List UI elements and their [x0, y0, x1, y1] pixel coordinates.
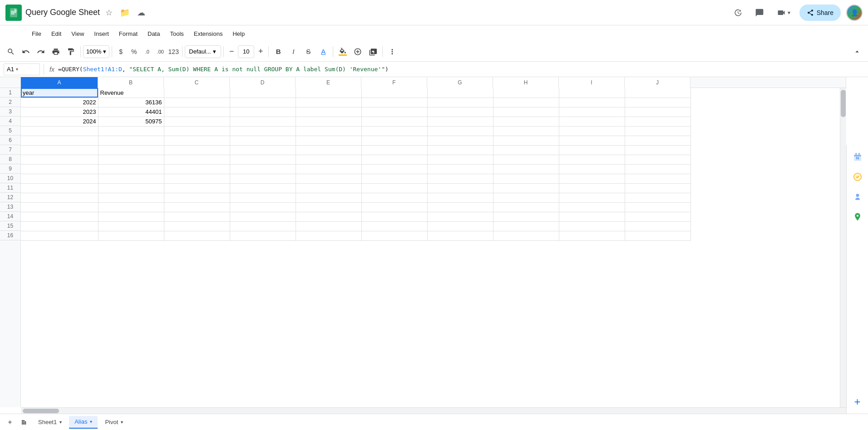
cell-f1[interactable]: [361, 88, 427, 98]
row-5[interactable]: 5: [0, 126, 20, 136]
row-13[interactable]: 13: [0, 202, 20, 212]
decrease-font-size-button[interactable]: −: [226, 46, 237, 57]
cell-f4[interactable]: [361, 117, 427, 126]
fill-color-button[interactable]: [335, 44, 350, 59]
vertical-scrollbar[interactable]: [840, 88, 846, 407]
strikethrough-button[interactable]: S: [301, 44, 316, 59]
cell-g2[interactable]: [427, 98, 493, 107]
cell-c2[interactable]: [164, 98, 230, 107]
row-12[interactable]: 12: [0, 193, 20, 202]
cell-a1[interactable]: year: [21, 88, 98, 98]
cell-h1[interactable]: [493, 88, 559, 98]
tasks-icon[interactable]: [849, 169, 866, 185]
comment-icon[interactable]: [751, 5, 768, 21]
menu-edit[interactable]: Edit: [47, 29, 66, 39]
cell-a11[interactable]: [21, 183, 98, 193]
row-15[interactable]: 15: [0, 221, 20, 231]
cell-b5[interactable]: [98, 126, 164, 136]
cell-i3[interactable]: [559, 107, 625, 117]
folder-icon[interactable]: 📁: [118, 6, 132, 20]
cell-e2[interactable]: [296, 98, 361, 107]
menu-format[interactable]: Format: [114, 29, 142, 39]
cell-b4[interactable]: 50975: [98, 117, 164, 126]
collapse-toolbar-button[interactable]: [850, 44, 864, 59]
col-header-f[interactable]: F: [361, 77, 427, 88]
row-6[interactable]: 6: [0, 136, 20, 145]
cell-i2[interactable]: [559, 98, 625, 107]
merge-cells-button[interactable]: [365, 44, 380, 59]
cell-d1[interactable]: [230, 88, 296, 98]
row-4[interactable]: 4: [0, 117, 20, 126]
cell-g4[interactable]: [427, 117, 493, 126]
cell-a7[interactable]: [21, 145, 98, 155]
search-button[interactable]: [4, 44, 18, 59]
cell-b1[interactable]: Revenue: [98, 88, 164, 98]
italic-button[interactable]: I: [286, 44, 301, 59]
more-formats-button[interactable]: 123: [167, 45, 180, 58]
menu-insert[interactable]: Insert: [89, 29, 113, 39]
cell-c4[interactable]: [164, 117, 230, 126]
print-button[interactable]: [49, 44, 63, 59]
borders-button[interactable]: [350, 44, 365, 59]
cell-c1[interactable]: [164, 88, 230, 98]
col-header-h[interactable]: H: [493, 77, 559, 88]
font-family-dropdown[interactable]: Defaul... ▾: [185, 45, 221, 58]
increase-decimal-button[interactable]: .00: [154, 45, 167, 58]
cell-d3[interactable]: [230, 107, 296, 117]
row-10[interactable]: 10: [0, 174, 20, 183]
col-header-e[interactable]: E: [296, 77, 361, 88]
cell-b2[interactable]: 36136: [98, 98, 164, 107]
col-header-d[interactable]: D: [230, 77, 296, 88]
cell-a5[interactable]: [21, 126, 98, 136]
underline-button[interactable]: A: [316, 44, 330, 59]
undo-button[interactable]: [19, 44, 33, 59]
menu-extensions[interactable]: Extensions: [189, 29, 227, 39]
row-3[interactable]: 3: [0, 107, 20, 117]
row-11[interactable]: 11: [0, 183, 20, 193]
cloud-icon[interactable]: ☁: [135, 6, 147, 20]
cell-h3[interactable]: [493, 107, 559, 117]
cell-j1[interactable]: [625, 88, 690, 98]
zoom-control[interactable]: 100% ▾: [83, 45, 109, 58]
cell-e4[interactable]: [296, 117, 361, 126]
bold-button[interactable]: B: [271, 44, 286, 59]
cell-d2[interactable]: [230, 98, 296, 107]
decrease-decimal-button[interactable]: .0: [141, 45, 153, 58]
currency-button[interactable]: $: [114, 45, 127, 58]
cell-a16[interactable]: [21, 231, 98, 240]
cell-c3[interactable]: [164, 107, 230, 117]
row-8[interactable]: 8: [0, 155, 20, 164]
more-options-button[interactable]: [385, 44, 399, 59]
app-icon[interactable]: [5, 5, 22, 21]
menu-tools[interactable]: Tools: [165, 29, 188, 39]
cell-f3[interactable]: [361, 107, 427, 117]
col-header-j[interactable]: J: [625, 77, 690, 88]
cell-f2[interactable]: [361, 98, 427, 107]
all-sheets-button[interactable]: [18, 416, 31, 429]
calendar-icon[interactable]: 31: [849, 149, 866, 165]
star-icon[interactable]: ☆: [104, 6, 114, 20]
cell-e1[interactable]: [296, 88, 361, 98]
meet-button[interactable]: ▾: [773, 6, 794, 19]
cell-a14[interactable]: [21, 212, 98, 221]
cell-a12[interactable]: [21, 193, 98, 202]
cell-a9[interactable]: [21, 164, 98, 174]
user-avatar[interactable]: 👤: [846, 5, 863, 21]
cell-a15[interactable]: [21, 221, 98, 231]
add-panel-icon[interactable]: +: [849, 394, 866, 410]
col-header-i[interactable]: I: [559, 77, 625, 88]
sheet-tab-sheet1[interactable]: Sheet1 ▾: [33, 416, 67, 429]
cell-h2[interactable]: [493, 98, 559, 107]
cell-a10[interactable]: [21, 174, 98, 183]
horizontal-scrollbar[interactable]: [21, 407, 846, 414]
row-7[interactable]: 7: [0, 145, 20, 155]
history-icon[interactable]: [730, 5, 746, 21]
cell-g1[interactable]: [427, 88, 493, 98]
cell-a4[interactable]: 2024: [21, 117, 98, 126]
increase-font-size-button[interactable]: +: [255, 46, 266, 57]
cell-a3[interactable]: 2023: [21, 107, 98, 117]
menu-data[interactable]: Data: [143, 29, 164, 39]
menu-view[interactable]: View: [67, 29, 89, 39]
col-header-g[interactable]: G: [427, 77, 493, 88]
cell-a2[interactable]: 2022: [21, 98, 98, 107]
